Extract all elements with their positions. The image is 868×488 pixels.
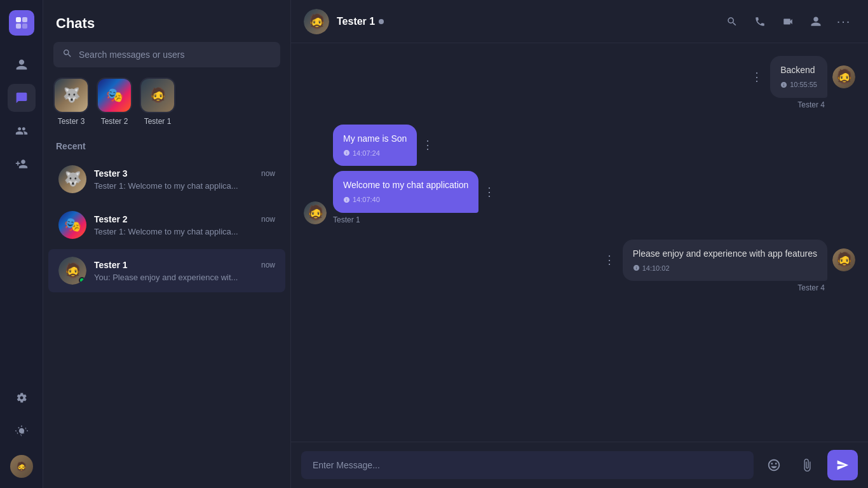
- active-users-row: 🐺 Tester 3 🎭 Tester 2 🧔 Tester 1: [43, 78, 290, 136]
- status-dot: [379, 19, 384, 24]
- chat-item-preview-tester1: You: Please enjoy and experience wit...: [94, 273, 275, 282]
- active-user-name-tester2: Tester 2: [101, 117, 128, 126]
- msg-avatar-1: 🧔: [832, 65, 855, 88]
- message-text-3: Welcome to my chat application: [343, 180, 468, 190]
- chat-item-tester1[interactable]: 🧔 Tester 1 now You: Please enjoy and exp…: [48, 249, 285, 292]
- sidebar-item-contacts[interactable]: [8, 51, 36, 79]
- active-user-tester2[interactable]: 🎭 Tester 2: [97, 78, 132, 126]
- sidebar-item-settings[interactable]: [8, 384, 36, 412]
- active-user-tester3[interactable]: 🐺 Tester 3: [53, 78, 89, 126]
- chat-input-area: [291, 442, 868, 488]
- app-logo[interactable]: [9, 10, 34, 36]
- chat-header-avatar: 🧔: [304, 9, 329, 34]
- message-time-text-4: 14:10:02: [642, 263, 670, 274]
- sidebar-item-chats[interactable]: [8, 84, 36, 112]
- message-time-text-3: 14:07:40: [353, 194, 380, 205]
- more-options-button[interactable]: ···: [832, 10, 855, 33]
- chat-main: 🧔 Tester 1 ···: [291, 0, 868, 488]
- active-user-name-tester1: Tester 1: [144, 117, 172, 126]
- message-time-1: 10:55:55: [780, 79, 817, 90]
- chat-list-panel: Chats 🐺 Tester 3 🎭 Tester 2 🧔 Tester 1 R…: [43, 0, 291, 488]
- chat-item-time-tester3: now: [261, 169, 275, 178]
- message-time-3: 14:07:40: [343, 194, 468, 205]
- message-bubble-2: My name is Son 14:07:24: [333, 125, 417, 166]
- search-chat-button[interactable]: [721, 10, 743, 33]
- message-group-1: ⋮ Backend 10:55:55 🧔 Tester 4: [304, 56, 855, 109]
- msg-with-options-2: My name is Son 14:07:24 ⋮: [304, 125, 433, 166]
- msg-avatar-4: 🧔: [832, 248, 855, 271]
- svg-rect-0: [16, 17, 21, 22]
- chat-header-name: Tester 1: [337, 16, 713, 27]
- svg-rect-2: [16, 24, 21, 29]
- chat-item-name-tester2: Tester 2: [94, 214, 128, 224]
- chat-item-time-tester2: now: [261, 215, 275, 224]
- msg-content-3: Welcome to my chat application 14:07:40 …: [333, 171, 495, 224]
- search-bar: [53, 42, 280, 67]
- msg-bubble-wrap-1: Backend 10:55:55: [770, 56, 827, 98]
- message-bubble-3: Welcome to my chat application 14:07:40: [333, 171, 478, 213]
- sidebar-item-theme[interactable]: [8, 417, 36, 445]
- sidebar-item-add-user[interactable]: [8, 150, 36, 178]
- chat-item-name-tester1: Tester 1: [94, 260, 128, 270]
- msg-avatar-3: 🧔: [304, 201, 327, 224]
- msg-with-options-3: 🧔 Welcome to my chat application 14:07:4…: [304, 171, 495, 224]
- online-dot-tester1: [79, 277, 85, 283]
- messages-area: ⋮ Backend 10:55:55 🧔 Tester 4: [291, 43, 868, 442]
- chat-header-name-text: Tester 1: [337, 16, 375, 27]
- msg-sender-name-1: Tester 4: [797, 100, 825, 109]
- message-time-text-2: 14:07:24: [353, 148, 380, 159]
- message-group-4: ⋮ Please enjoy and experience with app f…: [304, 240, 855, 293]
- user-avatar-nav[interactable]: 🧔: [10, 455, 33, 478]
- svg-rect-3: [22, 24, 27, 29]
- chat-item-info-tester2: Tester 2 now Tester 1: Welcome to my cha…: [94, 214, 275, 236]
- search-input[interactable]: [79, 50, 271, 60]
- chat-item-preview-tester3: Tester 1: Welcome to my chat applica...: [94, 181, 275, 191]
- msg-options-2[interactable]: ⋮: [422, 138, 433, 152]
- msg-with-options-1: ⋮ Backend 10:55:55 🧔: [751, 56, 855, 98]
- message-time-4: 14:10:02: [633, 263, 817, 274]
- chat-item-avatar-tester1: 🧔: [58, 257, 86, 285]
- msg-sender-name-4: Tester 4: [797, 283, 825, 292]
- active-user-avatar-tester3: 🐺: [53, 78, 89, 113]
- msg-options-1[interactable]: ⋮: [751, 70, 763, 84]
- chat-item-info-tester3: Tester 3 now Tester 1: Welcome to my cha…: [94, 168, 275, 191]
- emoji-button[interactable]: [761, 452, 787, 478]
- active-user-avatar-tester1: 🧔: [140, 78, 175, 113]
- attachment-button[interactable]: [794, 452, 820, 478]
- chat-item-tester2[interactable]: 🎭 Tester 2 now Tester 1: Welcome to my c…: [48, 203, 285, 247]
- video-button[interactable]: [776, 10, 799, 33]
- chat-item-preview-tester2: Tester 1: Welcome to my chat applica...: [94, 227, 275, 236]
- chat-item-info-tester1: Tester 1 now You: Please enjoy and exper…: [94, 260, 275, 282]
- chat-header: 🧔 Tester 1 ···: [291, 0, 868, 43]
- message-text-4: Please enjoy and experience with app fea…: [633, 248, 817, 259]
- sidebar-nav: 🧔: [0, 0, 43, 488]
- message-time-text-1: 10:55:55: [790, 79, 817, 90]
- active-user-avatar-tester2: 🎭: [97, 78, 132, 113]
- recent-label: Recent: [43, 136, 290, 156]
- search-icon: [62, 48, 72, 61]
- msg-with-options-4: ⋮ Please enjoy and experience with app f…: [604, 240, 855, 281]
- chat-item-avatar-tester3: 🐺: [58, 165, 86, 193]
- msg-options-3[interactable]: ⋮: [484, 185, 495, 199]
- message-time-2: 14:07:24: [343, 148, 407, 159]
- profile-button[interactable]: [804, 10, 827, 33]
- chat-item-time-tester1: now: [261, 261, 275, 269]
- send-button[interactable]: [827, 450, 858, 480]
- message-bubble-1: Backend 10:55:55: [770, 56, 827, 98]
- svg-rect-1: [22, 17, 27, 22]
- message-text-2: My name is Son: [343, 133, 407, 144]
- message-text-1: Backend: [780, 65, 815, 75]
- active-user-tester1[interactable]: 🧔 Tester 1: [140, 78, 175, 126]
- active-user-name-tester3: Tester 3: [58, 117, 85, 126]
- message-group-2-3: My name is Son 14:07:24 ⋮ 🧔 Welcome to: [304, 125, 855, 224]
- chats-title: Chats: [43, 0, 290, 42]
- msg-options-4[interactable]: ⋮: [604, 253, 615, 267]
- sidebar-item-users[interactable]: [8, 117, 36, 145]
- chat-item-tester3[interactable]: 🐺 Tester 3 now Tester 1: Welcome to my c…: [48, 158, 285, 201]
- msg-sender-name-3: Tester 1: [333, 215, 495, 224]
- call-button[interactable]: [749, 10, 771, 33]
- chat-item-name-tester3: Tester 3: [94, 168, 128, 179]
- chat-item-avatar-tester2: 🎭: [58, 211, 86, 239]
- chat-header-actions: ···: [721, 10, 855, 33]
- message-input[interactable]: [301, 451, 754, 479]
